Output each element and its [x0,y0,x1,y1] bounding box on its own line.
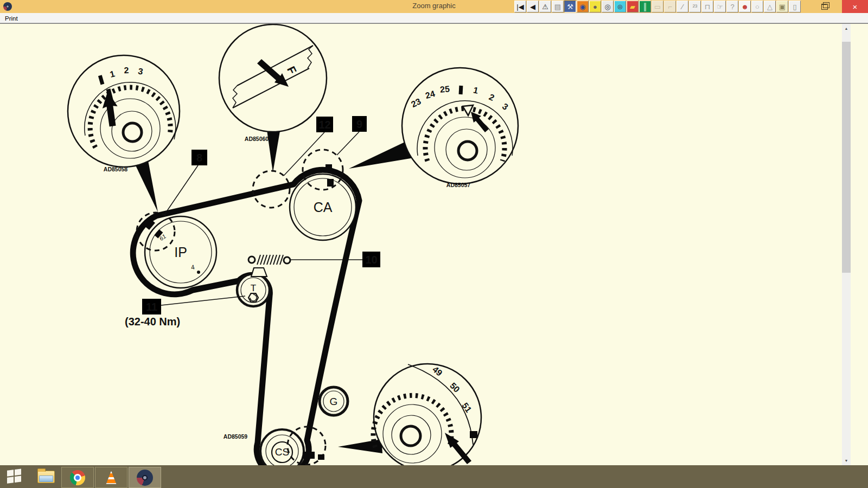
detail-circle-bottom-right: 49 50 51 [338,364,481,465]
title-bar: Zoom graphic |◀◀⚠▤⚒◉●◎⊛▰║▭⌐∕²³⊓☞?☻○△▣▯ × [0,0,868,13]
wheel-tire-icon[interactable]: ◎ [602,1,614,12]
detail-label-ad85057: AD85057 [446,182,471,188]
scrollbar-thumb[interactable] [842,42,851,273]
toolbar: |◀◀⚠▤⚒◉●◎⊛▰║▭⌐∕²³⊓☞?☻○△▣▯ [514,1,801,12]
restore-button[interactable] [817,1,832,12]
close-button[interactable]: × [842,0,868,13]
warning-triangle-icon[interactable]: ⚠ [539,1,551,12]
label-ad85059: AD85059 [224,433,248,440]
diagram-canvas: IP 61 4 CA T G C [0,24,842,465]
tire-outline-icon[interactable]: ○ [751,1,763,12]
first-page-icon[interactable]: |◀ [514,1,526,12]
vlc-button[interactable] [95,467,127,488]
vertical-scrollbar[interactable]: ▲ ▼ [842,24,851,465]
guide-pulley-label: G [330,396,338,407]
callout-12: 12 [318,119,330,131]
callout-9: 9 [356,118,362,130]
door-frame-icon[interactable]: ▯ [789,1,801,12]
wedge-pointer [267,130,280,172]
chrome-icon [70,470,85,485]
brush-icon[interactable]: ∕ [676,1,688,12]
taskbar: ▲ ⚐ × ◀) 15:36 21.01.2019 [0,465,868,488]
scale-2: 2 [124,66,129,75]
tools-wrench-icon[interactable]: ⚒ [564,1,576,12]
tensioner-pulley: T [237,274,270,306]
seatbelt-man-icon[interactable]: ☻ [739,1,751,12]
timing-belt-diagram: IP 61 4 CA T G C [0,24,842,465]
detail-circle-ad85057: 23 24 25 1 2 3 AD85057 [349,68,518,188]
crankshaft-pulley-cs: CS [260,429,304,465]
torque-note: (32-40 Nm) [125,316,180,328]
ip-label: IP [174,245,187,260]
detail-circle-ad85060: F AD85060 [219,24,327,172]
vehicle-lift-icon[interactable]: ║ [639,1,651,12]
help-car-icon[interactable]: ? [726,1,738,12]
chrome-button[interactable] [61,467,94,488]
mouse-data-icon[interactable]: ● [589,1,601,12]
key-icon: ⌐ [664,1,676,12]
detail-circle-ad85058: 1 2 3 AD85058 [68,55,180,212]
guide-pulley-g: G [320,387,348,415]
tensioner-label: T [251,283,256,293]
scroll-down-button[interactable]: ▼ [842,456,851,465]
seat-icon[interactable]: ⊓ [701,1,713,12]
start-button[interactable] [7,468,22,484]
restore-icon [821,4,828,10]
scale-25: 25 [439,84,450,94]
callout-8: 8 [196,152,202,164]
ip-pulley: IP 61 4 [145,216,216,288]
folder-icon [37,471,55,483]
detail-label-ad85060: AD85060 [245,136,269,142]
autodata-disc-icon [137,470,153,486]
screen: Zoom graphic |◀◀⚠▤⚒◉●◎⊛▰║▭⌐∕²³⊓☞?☻○△▣▯ ×… [0,0,868,488]
file-explorer-button[interactable] [30,467,62,487]
vlc-cone-icon [104,471,118,484]
callout-11: 11 [146,301,157,313]
wedge-pointer [349,142,414,169]
hazard-car-icon[interactable]: △ [764,1,776,12]
ca-label: CA [314,200,333,215]
engine-parts-icon[interactable]: ⊛ [614,1,626,12]
horn-icon[interactable]: ²³ [689,1,701,12]
back-icon[interactable]: ◀ [527,1,539,12]
ca-pulley: CA [290,174,356,240]
glove-icon[interactable]: ☞ [714,1,726,12]
car-colored-icon[interactable]: ▣ [776,1,788,12]
car-cd-icon: ▭ [652,1,663,12]
autodata-button[interactable] [129,467,161,488]
window-panel-icon[interactable]: ▤ [552,1,564,12]
car-ramp-icon[interactable]: ▰ [627,1,639,12]
crankshaft-label: CS [275,446,289,458]
menu-bar: Print [0,13,868,23]
detail-label-ad85058: AD85058 [104,166,128,172]
callout-10: 10 [365,254,377,266]
menu-item-print[interactable]: Print [0,14,22,22]
globe-service-icon[interactable]: ◉ [577,1,589,12]
scroll-up-button[interactable]: ▲ [842,24,851,33]
